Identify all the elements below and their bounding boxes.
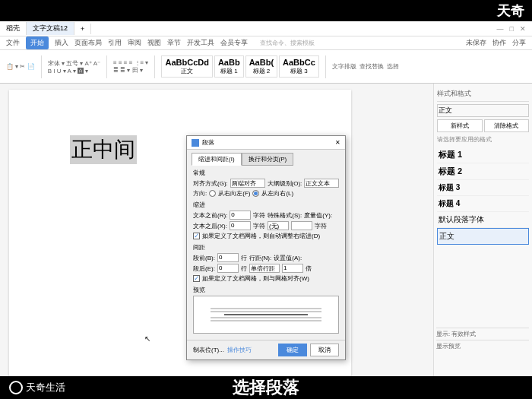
paragraph-dialog: 段落 ✕ 缩进和间距(I) 换行和分页(P) 常规 对齐方式(G): 两端对齐 … <box>186 135 346 360</box>
style-item-h2[interactable]: 标题 2 <box>437 163 529 180</box>
style-item-default[interactable]: 默认段落字体 <box>437 212 529 228</box>
before-text-label: 文本之前(R): <box>193 211 227 220</box>
style-item-body[interactable]: 正文 <box>437 228 529 245</box>
menu-ref[interactable]: 引用 <box>108 38 122 48</box>
section-general: 常规 <box>193 169 339 177</box>
panel-title: 样式和格式 <box>437 87 529 102</box>
dir-ltr-label: 从左向右(L) <box>261 189 293 198</box>
win-max-icon[interactable]: □ <box>510 25 514 33</box>
dir-rtl-radio[interactable] <box>209 190 216 197</box>
panel-hint: 请选择要应用的格式 <box>437 135 529 144</box>
after-text-input[interactable]: 0 <box>230 221 251 230</box>
win-min-icon[interactable]: — <box>497 25 504 33</box>
auto-indent-label: 如果定义了文档网格，则自动调整右缩进(D) <box>202 232 320 240</box>
show-filter[interactable]: 显示: 有效样式 <box>436 328 529 340</box>
special-label: 特殊格式(S): <box>268 211 302 220</box>
outline-label: 大纲级别(O): <box>268 179 302 188</box>
dialog-title: 段落 <box>202 138 214 147</box>
section-spacing: 间距 <box>193 243 339 252</box>
menu-home[interactable]: 开始 <box>26 36 49 49</box>
ribbon: 📋 ▾ ✂ 📄 宋体 ▾ 五号 ▾ A⁺ A⁻B I U ▾ A ▾ 🅰 ▾ ≡… <box>0 50 532 84</box>
style-item-h3[interactable]: 标题 3 <box>437 180 529 196</box>
grid-align-label: 如果定义了文档网格，则与网格对齐(W) <box>202 274 309 283</box>
tab-indent[interactable]: 缩进和间距(I) <box>192 153 242 166</box>
menu-unsaved[interactable]: 未保存 <box>466 38 486 48</box>
ribbon-styles[interactable]: AaBbCcDd正文 AaBb标题 1 AaBb(标题 2 AaBbCc标题 3 <box>161 55 318 78</box>
document-text[interactable]: 正中间 <box>70 135 137 164</box>
menu-vip[interactable]: 会员专享 <box>220 38 248 48</box>
tab-app[interactable]: 稻壳 <box>0 22 27 35</box>
before-para-label: 段前(B): <box>193 254 215 262</box>
line-spacing-select[interactable]: 单倍行距 <box>249 264 280 273</box>
watermark-bar: 天奇生活 选择段落 <box>0 376 532 399</box>
watermark-logo: 天奇生活 <box>0 381 65 394</box>
menubar: 文件 开始 插入 页面布局 引用 审阅 视图 章节 开发工具 会员专享 查找命令… <box>0 36 532 50</box>
video-caption: 选择段落 <box>233 376 299 399</box>
menu-layout[interactable]: 页面布局 <box>74 38 102 48</box>
ribbon-font[interactable]: 宋体 ▾ 五号 ▾ A⁺ A⁻B I U ▾ A ▾ 🅰 ▾ <box>48 59 100 74</box>
preview-box <box>193 296 339 334</box>
menu-share[interactable]: 分享 <box>512 38 526 48</box>
section-preview: 预览 <box>193 286 339 294</box>
menu-view[interactable]: 视图 <box>147 38 161 48</box>
new-style-button[interactable]: 新样式 <box>437 119 483 132</box>
menu-review[interactable]: 审阅 <box>128 38 141 48</box>
after-text-label: 文本之后(X): <box>193 222 227 230</box>
ribbon-clipboard[interactable]: 📋 ▾ ✂ 📄 <box>6 63 35 70</box>
after-para-input[interactable]: 0 <box>217 264 239 273</box>
tips-link[interactable]: 操作技巧 <box>227 346 252 354</box>
ribbon-text-layout[interactable]: 文字排版 <box>332 62 356 71</box>
style-item-h1[interactable]: 标题 1 <box>437 147 529 163</box>
tab-doc[interactable]: 文字文稿12 <box>27 22 74 35</box>
menu-search[interactable]: 查找命令、搜索模板 <box>260 39 315 47</box>
ribbon-paragraph[interactable]: ≡ ≡ ≡ ≡ ⋮≡ ▾≣ ≣ ▾ 田 ▾ <box>113 59 148 74</box>
special-select[interactable]: (无) <box>268 221 289 230</box>
section-indent: 缩进 <box>193 201 339 209</box>
dialog-close-icon[interactable]: ✕ <box>335 139 340 146</box>
dir-rtl-label: 从右向左(F) <box>218 189 250 198</box>
dialog-icon <box>192 139 199 147</box>
style-item-h4[interactable]: 标题 4 <box>437 196 529 212</box>
menu-file[interactable]: 文件 <box>6 38 20 48</box>
dir-label: 方向: <box>193 189 207 198</box>
cancel-button[interactable]: 取消 <box>310 344 339 356</box>
titlebar: 稻壳 文字文稿12 + — □ ✕ <box>0 21 532 36</box>
menu-collab[interactable]: 协作 <box>492 38 506 48</box>
tabs-button[interactable]: 制表位(T)... <box>193 346 224 354</box>
menu-dev[interactable]: 开发工具 <box>187 38 214 48</box>
after-para-label: 段后(E): <box>193 264 215 273</box>
align-select[interactable]: 两端对齐 <box>230 179 265 188</box>
align-label: 对齐方式(G): <box>193 179 228 188</box>
tab-pagination[interactable]: 换行和分页(P) <box>242 153 294 166</box>
menu-chapter[interactable]: 章节 <box>167 38 181 48</box>
by-input[interactable] <box>291 221 312 230</box>
at-input[interactable]: 1 <box>282 264 303 273</box>
auto-indent-check[interactable] <box>193 233 200 239</box>
by-label: 度量值(Y): <box>304 211 332 220</box>
dir-ltr-radio[interactable] <box>252 190 259 197</box>
at-label: 设置值(A): <box>274 254 302 262</box>
tab-add[interactable]: + <box>74 24 91 34</box>
win-close-icon[interactable]: ✕ <box>520 25 526 33</box>
before-text-input[interactable]: 0 <box>230 211 251 220</box>
clear-format-button[interactable]: 清除格式 <box>484 119 530 132</box>
before-para-input[interactable]: 0 <box>217 253 239 262</box>
current-style-select[interactable]: 正文 <box>437 104 529 117</box>
ok-button[interactable]: 确定 <box>278 344 307 356</box>
app-window: 稻壳 文字文稿12 + — □ ✕ 文件 开始 插入 页面布局 引用 审阅 视图… <box>0 21 532 376</box>
show-preview[interactable]: 显示预览 <box>436 340 529 352</box>
grid-align-check[interactable] <box>193 275 200 282</box>
ribbon-find[interactable]: 查找替换 <box>359 62 384 71</box>
outline-select[interactable]: 正文文本 <box>304 179 339 188</box>
ribbon-select[interactable]: 选择 <box>387 62 399 71</box>
menu-insert[interactable]: 插入 <box>55 38 68 48</box>
brand-top: 天奇 <box>497 2 524 20</box>
line-spacing-label: 行距(N): <box>249 254 271 262</box>
styles-panel: 样式和格式 正文 新样式 清除格式 请选择要应用的格式 标题 1 标题 2 标题… <box>433 84 532 376</box>
